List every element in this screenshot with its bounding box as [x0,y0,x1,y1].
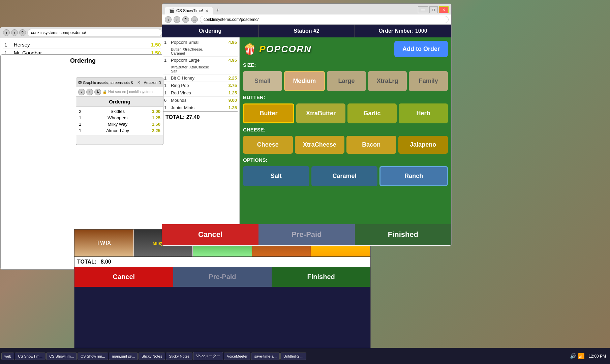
pos-order-item: 1 Popcorn Large 4.95 [163,57,238,64]
tab-bar: 🎬 CS ShowTime! ✕ + — □ ✕ [162,4,451,14]
close-tab-main[interactable]: ✕ [205,8,209,13]
size-row: Small Medium Large XtraLrg Family [243,71,448,91]
maximize-btn[interactable]: □ [429,6,438,13]
size-xtralrg-btn[interactable]: XtraLrg [368,71,407,91]
taskbar-untitled[interactable]: Untitled-2 ... [280,353,306,360]
popcorn-header: 🍿 POPCORN Add to Order [243,41,448,57]
butter-butter-btn[interactable]: Butter [243,103,294,123]
not-secure-label: 🔒 Not secure | conklinsystems [102,90,154,94]
bottom-prepaid-btn[interactable]: Pre-Paid [173,267,272,287]
tab-amazon: Amazon D [144,81,161,85]
pos-app: Ordering Station #2 Order Nmber: 1000 1 … [162,25,451,245]
pos-order-item: XtraButter, XtraCheeseSalt [163,64,238,74]
size-label: SIZE: [243,61,448,68]
titlebar-1: ‹ › ↻ conklinsystems.com/posdemo/ [0,27,165,38]
taskbar-start-web[interactable]: web [1,353,14,360]
bottom-cancel-btn[interactable]: Cancel [74,267,173,287]
browser-window-2: 🖼 Graphic assets, screenshots & ✕ Amazon… [76,78,163,145]
taskbar-voicemeeter-2[interactable]: VoiceMeeter [224,353,250,360]
back-btn-1[interactable]: ‹ [3,29,10,36]
bottom-total: TOTAL: 8.00 [74,256,370,267]
tab-label: CS ShowTime! [176,8,203,13]
pos-order-item: 1 Red Vines 1.25 [163,89,238,97]
refresh-btn-2[interactable]: ↻ [94,89,101,95]
forward-btn-1[interactable]: › [11,29,18,36]
taskbar-sticky-notes-1[interactable]: Sticky Notes [139,353,165,360]
butter-herb-btn[interactable]: Herb [399,103,448,123]
size-family-btn[interactable]: Family [409,71,448,91]
footer-finished-btn[interactable]: Finished [355,224,451,245]
size-medium-btn[interactable]: Medium [284,71,325,91]
taskbar-system: 🔊 📶 12:00 PM [570,353,609,359]
minimize-btn[interactable]: — [418,6,428,13]
refresh-btn-1[interactable]: ↻ [19,29,26,36]
taskbar-icon-1: 🔊 [570,353,577,359]
forward-btn-2[interactable]: › [86,89,93,95]
back-btn-2[interactable]: ‹ [78,89,85,95]
taskbar-icon-2: 📶 [578,353,585,359]
taskbar-sticky-notes-2[interactable]: Sticky Notes [166,353,192,360]
header-ordering: Ordering [162,25,258,37]
header-order-number: Order Nmber: 1000 [355,25,451,37]
close-tab-2[interactable]: ✕ [137,80,141,85]
refresh-btn-main[interactable]: ↻ [182,16,189,23]
browser-window-bottom: TWIX Milky Way VIBES HERSHEY'S Milk Duds… [74,229,371,357]
option-caramel-btn[interactable]: Caramel [311,166,378,186]
bottom-finished-btn[interactable]: Finished [272,267,370,287]
taskbar-main-qml[interactable]: main.qml @... [109,353,138,360]
pos-footer: Cancel Pre-Paid Finished [162,224,451,245]
cheese-xtracheese-btn[interactable]: XtraCheese [295,136,345,154]
pos-total-value: 27.40 [186,114,200,120]
forward-btn-main[interactable]: › [174,16,180,23]
taskbar-cs-showtime-3[interactable]: CS ShowTim... [78,353,108,360]
options-row: Salt Caramel Ranch [243,166,448,186]
size-large-btn[interactable]: Large [327,71,366,91]
url-input-main[interactable] [200,16,449,23]
order-item-2: 1 Whoppers 1.25 [78,115,162,121]
size-small-btn[interactable]: Small [243,71,282,91]
bottom-total-label: TOTAL: [77,259,96,265]
pos-order-item: Butter, XtraCheese,Caramel [163,46,238,57]
cheese-cheese-btn[interactable]: Cheese [243,136,293,154]
footer-cancel-btn[interactable]: Cancel [162,224,258,245]
back-btn-main[interactable]: ‹ [165,16,172,23]
footer-prepaid-btn[interactable]: Pre-Paid [258,224,355,245]
url-bar-1[interactable]: conklinsystems.com/posdemo/ [27,29,162,36]
add-to-order-button[interactable]: Add to Order [394,41,448,57]
pos-order-item: 1 Ring Pop 3.75 [163,82,238,89]
popcorn-logo: POPCORN [259,44,312,55]
order-item-2: 2 Skittles 3.00 [78,108,162,115]
taskbar-voicemeeter-1[interactable]: Voiceメーター [193,352,223,360]
new-tab-btn[interactable]: + [214,6,222,14]
pos-total-label: TOTAL: [165,114,185,120]
option-ranch-btn[interactable]: Ranch [379,166,448,186]
popcorn-emoji: 🍿 [243,43,256,56]
taskbar: web CS ShowTim... CS ShowTim... CS ShowT… [0,348,610,364]
app-title-1: Ordering [70,57,96,64]
butter-label: BUTTER: [243,94,448,101]
cheese-jalapeno-btn[interactable]: Jalapeno [398,136,448,154]
cheese-row: Cheese XtraCheese Bacon Jalapeno [243,136,448,154]
home-btn-main[interactable]: ⌂ [191,16,198,23]
taskbar-time: 12:00 PM [586,354,609,359]
app-title-2: Ordering [109,99,130,104]
order-list-2: 2 Skittles 3.00 1 Whoppers 1.25 1 Milky … [76,107,163,135]
cheese-bacon-btn[interactable]: Bacon [346,136,396,154]
popcorn-logo-area: 🍿 POPCORN [243,43,312,56]
butter-garlic-btn[interactable]: Garlic [347,103,397,123]
pos-header: Ordering Station #2 Order Nmber: 1000 [162,25,451,37]
popcorn-configurator: 🍿 POPCORN Add to Order SIZE: Small Mediu… [240,37,451,224]
butter-row: Butter XtraButter Garlic Herb [243,103,448,123]
urlbar-2: ‹ › ↻ 🔒 Not secure | conklinsystems [76,87,163,97]
close-btn[interactable]: ✕ [439,6,449,13]
bottom-total-value: 8.00 [101,259,111,265]
option-salt-btn[interactable]: Salt [243,166,309,186]
pos-body: 1 Popcorn Small 4.95 Butter, XtraCheese,… [162,37,451,224]
taskbar-cs-showtime-1[interactable]: CS ShowTim... [15,353,45,360]
tab-cs-showtime[interactable]: 🎬 CS ShowTime! ✕ [165,7,213,14]
taskbar-cs-showtime-2[interactable]: CS ShowTim... [46,353,77,360]
butter-xtrabutter-btn[interactable]: XtraButter [296,103,345,123]
app-header-2: Ordering [76,97,163,107]
taskbar-save-time[interactable]: save-time-a... [251,353,280,360]
window-controls: — □ ✕ [418,6,449,14]
